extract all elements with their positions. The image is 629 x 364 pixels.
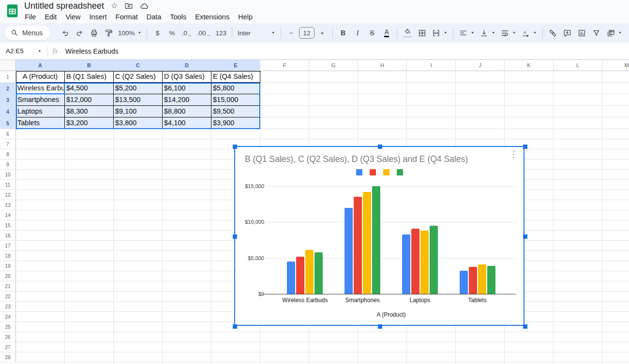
menu-tools[interactable]: Tools: [165, 12, 191, 22]
cell-C2[interactable]: $5,200: [114, 83, 163, 94]
cell-D5[interactable]: $4,100: [163, 117, 211, 129]
row-header-22[interactable]: 22: [0, 291, 16, 302]
chart-resize-handle[interactable]: [233, 324, 237, 329]
cell-E3[interactable]: $15,000: [211, 94, 260, 106]
row-header-26[interactable]: 26: [0, 332, 16, 342]
menu-data[interactable]: Data: [142, 12, 166, 22]
row-header-16[interactable]: 16: [0, 231, 16, 241]
row-header-4[interactable]: 4: [0, 106, 16, 117]
cell-B2[interactable]: $4,500: [65, 83, 114, 94]
column-header-b[interactable]: B: [65, 60, 114, 71]
row-header-20[interactable]: 20: [0, 271, 16, 281]
row-header-19[interactable]: 19: [0, 261, 16, 271]
column-header-e[interactable]: E: [211, 60, 260, 71]
column-header-l[interactable]: L: [554, 60, 602, 71]
row-header-25[interactable]: 25: [0, 322, 16, 332]
fill-color-button[interactable]: [401, 26, 414, 40]
horizontal-align-button[interactable]: ▼: [457, 26, 477, 40]
menu-help[interactable]: Help: [234, 12, 257, 22]
cell-D3[interactable]: $14,200: [163, 94, 211, 106]
redo-button[interactable]: [73, 26, 86, 40]
insert-link-button[interactable]: [546, 26, 560, 40]
embedded-chart[interactable]: B (Q1 Sales), C (Q2 Sales), D (Q3 Sales)…: [234, 146, 524, 326]
select-all-corner[interactable]: [0, 60, 16, 71]
menus-search-button[interactable]: Menus: [5, 26, 50, 40]
increase-font-size-button[interactable]: +: [315, 26, 329, 40]
decrease-font-size-button[interactable]: −: [285, 26, 298, 40]
menu-extensions[interactable]: Extensions: [191, 12, 234, 22]
row-header-8[interactable]: 8: [0, 149, 16, 160]
zoom-select-button[interactable]: 100%▼: [116, 26, 143, 40]
text-wrap-button[interactable]: ▼: [498, 26, 518, 40]
move-to-folder-icon[interactable]: [124, 1, 133, 10]
cell-C1[interactable]: C (Q2 Sales): [114, 71, 163, 83]
column-header-f[interactable]: F: [260, 60, 309, 71]
row-header-11[interactable]: 11: [0, 180, 16, 190]
text-rotation-button[interactable]: A▼: [519, 26, 539, 40]
row-header-17[interactable]: 17: [0, 241, 16, 251]
menu-edit[interactable]: Edit: [40, 12, 61, 22]
menu-view[interactable]: View: [61, 12, 85, 22]
format-percent-button[interactable]: %: [165, 26, 179, 40]
font-family-button[interactable]: Inter▼: [236, 26, 277, 40]
column-header-g[interactable]: G: [309, 60, 358, 71]
chart-resize-handle[interactable]: [523, 234, 527, 239]
row-header-28[interactable]: 28: [0, 352, 16, 363]
row-header-14[interactable]: 14: [0, 210, 16, 220]
row-header-1[interactable]: 1: [0, 71, 16, 83]
cell-D1[interactable]: D (Q3 Sales): [163, 71, 211, 83]
row-header-21[interactable]: 21: [0, 281, 16, 291]
row-header-27[interactable]: 27: [0, 342, 16, 352]
vertical-align-button[interactable]: ▼: [478, 26, 497, 40]
cell-E1[interactable]: E (Q4 Sales): [211, 71, 260, 83]
menu-insert[interactable]: Insert: [85, 12, 111, 22]
chart-resize-handle[interactable]: [233, 145, 237, 149]
strikethrough-button[interactable]: S: [365, 26, 379, 40]
column-header-d[interactable]: D: [163, 60, 211, 71]
merge-cells-button[interactable]: ▼: [430, 26, 449, 40]
document-title[interactable]: Untitled spreadsheet: [24, 1, 104, 11]
cells-area[interactable]: A (Product)B (Q1 Sales)C (Q2 Sales)D (Q3…: [16, 71, 629, 364]
name-box[interactable]: A2:E5: [0, 47, 37, 55]
row-header-13[interactable]: 13: [0, 200, 16, 210]
row-header-5[interactable]: 5: [0, 117, 16, 129]
cell-E4[interactable]: $9,500: [211, 106, 260, 117]
cell-B1[interactable]: B (Q1 Sales): [65, 71, 114, 83]
cell-A4[interactable]: Laptops: [16, 106, 65, 117]
undo-button[interactable]: [58, 26, 72, 40]
cell-B5[interactable]: $3,200: [65, 117, 114, 129]
formula-input[interactable]: Wireless Earbuds: [65, 47, 119, 55]
cell-D4[interactable]: $8,800: [163, 106, 211, 117]
chart-options-icon[interactable]: ⋮: [509, 150, 518, 160]
cell-B4[interactable]: $8,300: [65, 106, 114, 117]
decrease-decimals-button[interactable]: .0←: [180, 26, 194, 40]
cloud-saved-icon[interactable]: [140, 1, 149, 11]
chart-resize-handle[interactable]: [378, 324, 382, 329]
column-header-a[interactable]: A: [16, 60, 65, 71]
column-header-i[interactable]: I: [407, 60, 456, 71]
row-header-3[interactable]: 3: [0, 94, 16, 106]
row-header-15[interactable]: 15: [0, 220, 16, 231]
chart-resize-handle[interactable]: [233, 234, 237, 239]
cell-C5[interactable]: $3,800: [114, 117, 163, 129]
cell-A3[interactable]: Smartphones: [16, 94, 65, 106]
table-views-button[interactable]: ▼: [604, 26, 624, 40]
row-header-10[interactable]: 10: [0, 170, 16, 180]
row-header-24[interactable]: 24: [0, 312, 16, 322]
bold-button[interactable]: B: [336, 26, 350, 40]
menu-file[interactable]: File: [20, 12, 40, 22]
cell-A5[interactable]: Tablets: [16, 117, 65, 129]
column-header-h[interactable]: H: [358, 60, 407, 71]
paint-format-button[interactable]: [102, 26, 115, 40]
format-currency-button[interactable]: $: [150, 26, 164, 40]
cell-D2[interactable]: $6,100: [163, 83, 211, 94]
borders-button[interactable]: [415, 26, 429, 40]
increase-decimals-button[interactable]: .00→: [195, 26, 213, 40]
row-header-12[interactable]: 12: [0, 190, 16, 200]
row-header-9[interactable]: 9: [0, 160, 16, 170]
column-header-c[interactable]: C: [114, 60, 163, 71]
insert-comment-button[interactable]: [561, 26, 574, 40]
chart-resize-handle[interactable]: [523, 145, 527, 149]
row-header-2[interactable]: 2: [0, 83, 16, 94]
cell-A1[interactable]: A (Product): [16, 71, 65, 83]
